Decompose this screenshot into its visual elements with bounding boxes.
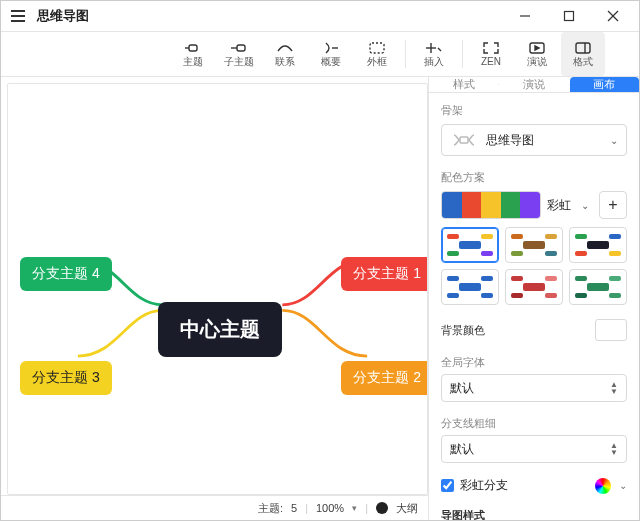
theme-thumbnail[interactable] — [505, 269, 563, 305]
status-bar: 主题: 5 | 100% ▾ | 大纲 — [1, 495, 428, 520]
theme-thumbnail[interactable] — [441, 227, 499, 263]
svg-rect-14 — [576, 43, 590, 53]
rainbow-branch-checkbox[interactable] — [441, 479, 454, 492]
status-dot-icon[interactable] — [376, 502, 388, 514]
mindmap-canvas[interactable]: 中心主题 分支主题 4 分支主题 3 分支主题 1 分支主题 2 — [7, 83, 428, 495]
topic-icon — [184, 41, 202, 55]
chevron-down-icon[interactable]: ⌄ — [577, 200, 593, 211]
summary-icon — [322, 41, 340, 55]
skeleton-icon — [450, 131, 478, 149]
stepper-icon: ▲▼ — [610, 442, 618, 456]
svg-marker-13 — [535, 46, 539, 50]
toolbar-summary[interactable]: 概要 — [309, 32, 353, 76]
toolbar-format[interactable]: 格式 — [561, 32, 605, 76]
window-minimize-button[interactable] — [503, 1, 547, 31]
chevron-down-icon[interactable]: ▾ — [352, 503, 357, 513]
theme-thumbnail[interactable] — [569, 269, 627, 305]
zen-icon — [482, 41, 500, 55]
subtopic-icon — [230, 41, 248, 55]
branch-width-select[interactable]: 默认 ▲▼ — [441, 435, 627, 463]
skeleton-select[interactable]: 思维导图 ⌄ — [441, 124, 627, 156]
format-panel-icon — [574, 41, 592, 55]
center-topic-node[interactable]: 中心主题 — [158, 302, 282, 357]
branch-node-br[interactable]: 分支主题 2 — [341, 361, 428, 395]
toolbar-label: 子主题 — [224, 57, 254, 67]
scheme-value: 彩虹 — [547, 197, 571, 214]
boundary-icon — [368, 41, 386, 55]
svg-rect-6 — [237, 45, 245, 51]
skeleton-label: 骨架 — [441, 103, 627, 118]
chevron-down-icon: ⌄ — [610, 135, 618, 146]
scheme-add-button[interactable]: + — [599, 191, 627, 219]
toolbar-subtopic[interactable]: 子主题 — [217, 32, 261, 76]
theme-thumbnail[interactable] — [505, 227, 563, 263]
toolbar-boundary[interactable]: 外框 — [355, 32, 399, 76]
theme-thumbnail[interactable] — [441, 269, 499, 305]
status-topic-count: 5 — [291, 502, 297, 514]
svg-rect-4 — [189, 45, 197, 51]
branch-node-tl[interactable]: 分支主题 4 — [20, 257, 112, 291]
svg-rect-9 — [370, 43, 384, 53]
svg-rect-16 — [460, 137, 468, 143]
toolbar-present[interactable]: 演说 — [515, 32, 559, 76]
toolbar-zen[interactable]: ZEN — [469, 32, 513, 76]
branch-node-bl[interactable]: 分支主题 3 — [20, 361, 112, 395]
toolbar-relation[interactable]: 联系 — [263, 32, 307, 76]
branch-width-label: 分支线粗细 — [441, 416, 627, 431]
relation-icon — [276, 41, 294, 55]
global-font-value: 默认 — [450, 380, 474, 397]
stepper-icon: ▲▼ — [610, 381, 618, 395]
rainbow-color-icon[interactable] — [595, 478, 611, 494]
branch-width-value: 默认 — [450, 441, 474, 458]
menu-button[interactable] — [5, 3, 31, 29]
toolbar-label: 演说 — [527, 57, 547, 67]
scheme-select[interactable] — [441, 191, 541, 219]
play-icon — [528, 41, 546, 55]
app-title: 思维导图 — [37, 7, 89, 25]
format-panel: 样式 演说 画布 骨架 思维导图 ⌄ — [428, 77, 639, 520]
panel-tab-style[interactable]: 样式 — [429, 77, 498, 92]
toolbar: 主题 子主题 联系 概要 外框 插入 ZEN 演说 — [1, 32, 639, 77]
panel-tab-canvas[interactable]: 画布 — [570, 77, 639, 92]
toolbar-label: 外框 — [367, 57, 387, 67]
rainbow-branch-label: 彩虹分支 — [460, 477, 508, 494]
toolbar-label: 格式 — [573, 57, 593, 67]
title-bar: 思维导图 — [1, 1, 639, 32]
status-zoom[interactable]: 100% — [316, 502, 344, 514]
bgcolor-swatch[interactable] — [595, 319, 627, 341]
toolbar-label: 概要 — [321, 57, 341, 67]
window-maximize-button[interactable] — [547, 1, 591, 31]
scheme-label: 配色方案 — [441, 170, 627, 185]
skeleton-value: 思维导图 — [486, 132, 602, 149]
bgcolor-label: 背景颜色 — [441, 323, 485, 338]
toolbar-topic[interactable]: 主题 — [171, 32, 215, 76]
toolbar-label: 插入 — [424, 57, 444, 67]
window-close-button[interactable] — [591, 1, 635, 31]
plus-icon — [425, 41, 443, 55]
global-font-label: 全局字体 — [441, 355, 627, 370]
panel-tab-present[interactable]: 演说 — [499, 77, 568, 92]
chevron-down-icon[interactable]: ⌄ — [619, 480, 627, 491]
toolbar-insert[interactable]: 插入 — [412, 32, 456, 76]
toolbar-label: ZEN — [481, 57, 501, 67]
map-style-label: 导图样式 — [441, 508, 627, 520]
svg-rect-1 — [565, 12, 574, 21]
toolbar-label: 主题 — [183, 57, 203, 67]
branch-node-tr[interactable]: 分支主题 1 — [341, 257, 428, 291]
toolbar-label: 联系 — [275, 57, 295, 67]
global-font-select[interactable]: 默认 ▲▼ — [441, 374, 627, 402]
status-outline[interactable]: 大纲 — [396, 501, 418, 516]
status-topic-label: 主题: — [258, 501, 283, 516]
theme-thumbnail[interactable] — [569, 227, 627, 263]
